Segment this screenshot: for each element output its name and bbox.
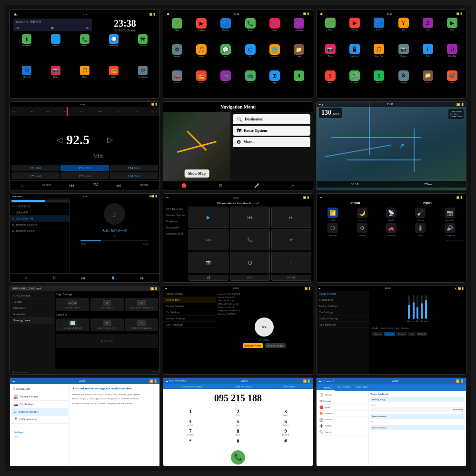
app-messaging[interactable]: 💬 Messaging: [100, 34, 128, 64]
fm-strong-btn[interactable]: Strong: [139, 183, 149, 188]
media-tab-music[interactable]: 🔵 music2: [317, 384, 335, 391]
media-item-playlist[interactable]: 📋 Playlist: [317, 392, 367, 398]
func-gps-btn[interactable]: GPS: [188, 229, 228, 250]
s3-app-smrtv[interactable]: SSmrtv: [319, 70, 342, 95]
logo-nav-steer[interactable]: Steering Learn: [11, 317, 53, 324]
eq-preset-pop[interactable]: Pop: [408, 332, 416, 336]
nav-destination-btn[interactable]: 🔍 Destination: [233, 114, 310, 124]
android-nav-car[interactable]: 🚗 Car Settings: [11, 401, 68, 408]
media-item-artwork[interactable]: 🎨 Artwork: [317, 411, 367, 417]
default-setting-btn[interactable]: default setting: [265, 343, 286, 348]
nav-show-map-btn[interactable]: Show Map: [184, 169, 209, 178]
eq-mid-track[interactable]: [416, 295, 418, 319]
logo-default-anim-btn[interactable]: DEFAULT ANIMATION: [56, 318, 89, 331]
dialer-tab-send[interactable]: Save then: [283, 385, 295, 388]
s3-app-play[interactable]: ▶Play: [441, 18, 464, 42]
dialer-key-hash[interactable]: #: [262, 438, 309, 447]
app-bluetooth[interactable]: ⬡ Bluetooth: [13, 66, 40, 96]
media-item-settings[interactable]: ⚙ Settings: [317, 398, 367, 405]
music-track-3[interactable]: 20. 大北: 我们好一阵: [10, 216, 69, 222]
fm-preset-4[interactable]: FM 92.5: [11, 172, 60, 179]
sysinfo-nav-sound[interactable]: Sound Settings: [163, 291, 216, 297]
func-disp-btn[interactable]: DISP: [230, 275, 270, 281]
switch-screen-off[interactable]: 🌙 Screen off: [348, 208, 376, 221]
media-item-add[interactable]: ➕ Add list: [317, 423, 367, 429]
s2-app-browser[interactable]: 🌐Browser: [263, 44, 286, 69]
func-prev-btn[interactable]: ⏮: [230, 207, 270, 228]
nav-bot-3[interactable]: 🧪: [254, 183, 259, 188]
fm-prev-arrow[interactable]: ◁: [57, 135, 62, 144]
switch-wifi[interactable]: 📶 WiFi: [319, 208, 347, 221]
sysinfo-nav-android[interactable]: Android Settings: [163, 316, 216, 322]
android-wifi-item[interactable]: WiFi: [13, 435, 67, 439]
dialer-key-9[interactable]: 9WXYZ: [262, 428, 309, 437]
eq-voice-track[interactable]: [425, 295, 427, 319]
eq-nav-factory[interactable]: Factory Settings: [317, 303, 369, 309]
switch-screenshot[interactable]: 📷 Screenshot: [436, 208, 464, 221]
s2-app-navi[interactable]: 🔵NaviCon: [215, 18, 237, 42]
dialer-key-2[interactable]: 2ABC: [215, 409, 261, 418]
s2-app-zen[interactable]: 🎶ZenITune: [288, 18, 310, 42]
s3-app-3d[interactable]: 🔊3D Sound: [343, 70, 366, 95]
s2-app-radio[interactable]: 📻Radio: [190, 70, 212, 95]
media-tab-files[interactable]: Active File: [335, 384, 353, 391]
nav-bot-1[interactable]: 🔴: [181, 183, 187, 188]
s3-app-tule[interactable]: TTule: [416, 44, 439, 69]
eq-hi-track[interactable]: [421, 295, 423, 319]
logo-nav-vol[interactable]: Volume: [11, 299, 53, 305]
app-browser[interactable]: 🌐 Browser: [42, 34, 69, 64]
logo-select-b-btn[interactable]: B LOGO SELECT UNKNOWN: [125, 298, 158, 311]
fm-preset-2[interactable]: FM 92.5: [60, 165, 109, 171]
dialer-tab-create[interactable]: Create new contact: [181, 385, 203, 388]
dialer-key-6[interactable]: 6MNO: [262, 419, 309, 428]
s2-app-phone[interactable]: 📞Phone: [239, 18, 261, 42]
s2-app-avin[interactable]: 📺AV IN: [239, 70, 261, 95]
app-radio[interactable]: 📻 Radio: [100, 66, 128, 96]
s2-app-files[interactable]: 📁Files: [288, 44, 310, 69]
dialer-key-star[interactable]: *: [167, 438, 214, 447]
media-item-songs[interactable]: 🔴 Songs: [317, 405, 367, 411]
logo-nav-nav[interactable]: Navigation: [11, 311, 53, 317]
switch-wifiap[interactable]: 📡 WifiAP: [377, 208, 405, 221]
fm-home-icon[interactable]: ⌂: [21, 183, 24, 188]
s2-app-music[interactable]: 🎵Music: [190, 44, 212, 69]
func-back-btn[interactable]: ↩: [271, 229, 311, 250]
nav-bot-4[interactable]: ✂: [291, 183, 295, 188]
s3-app-yapi[interactable]: YYapi: [392, 18, 415, 42]
dialer-key-0[interactable]: 0+: [215, 438, 261, 447]
eq-lo-track[interactable]: [413, 295, 415, 319]
switch-cleanup[interactable]: 🧹 Clean up: [407, 208, 434, 221]
media-tab-chat[interactable]: Team chat: [353, 384, 371, 391]
eq-nav-sysinfo[interactable]: System Info: [317, 297, 369, 303]
func-play-btn[interactable]: ▶: [188, 207, 228, 228]
s3-app-maps[interactable]: 📍Maps: [319, 18, 342, 42]
s1-next-btn[interactable]: ⏭: [86, 26, 89, 30]
logo-anim-uk-btn[interactable]: ? ANIMATION UNKNOWN: [125, 318, 158, 331]
music-next-btn[interactable]: ⏭: [140, 276, 145, 280]
fm-prev-btn[interactable]: ⏮: [69, 183, 74, 188]
s1-prev-btn[interactable]: ⏮: [16, 26, 20, 30]
media-item-refresh[interactable]: 🔄 Refresh: [317, 417, 367, 423]
app-nav[interactable]: 🗺 Nav Net: [129, 34, 157, 64]
func-power-btn[interactable]: ⏻: [230, 252, 270, 273]
android-nav-factory[interactable]: 🏭 Factory Settings: [11, 393, 68, 401]
nav-route-btn[interactable]: 🗺 Route Options: [233, 126, 310, 136]
func-phone-btn[interactable]: 📞: [230, 229, 270, 250]
music-prev-btn[interactable]: ⏮: [81, 276, 86, 280]
s2-app-msg[interactable]: 💬MSG: [215, 44, 237, 69]
music-track-4[interactable]: 21. 啊啊啊·但没有老先夫: [10, 222, 69, 228]
dialer-key-4[interactable]: 4GHI: [167, 419, 214, 428]
fm-preset-1[interactable]: FM 88.0: [11, 165, 60, 171]
eq-preset-default[interactable]: Default: [416, 332, 427, 336]
app-camera[interactable]: 📷 Photos: [42, 66, 69, 96]
func-next-btn[interactable]: ⏭: [271, 207, 311, 228]
fm-next-arrow[interactable]: ▷: [107, 135, 113, 144]
logo-select-a-btn[interactable]: A LOGO SELECT A: [90, 298, 123, 311]
s2-app-dvr[interactable]: 📹DVR: [215, 70, 237, 95]
android-nav-android[interactable]: ⚙ Android Settings: [11, 408, 68, 416]
switch-setting[interactable]: ⚙ Setting: [348, 223, 376, 237]
s1-play-btn[interactable]: ▶: [51, 26, 54, 30]
s3-app-photos[interactable]: 📷Photos: [319, 44, 342, 69]
sysinfo-nav-gps[interactable]: GPS Detection: [163, 322, 216, 328]
func-cam-btn[interactable]: 📸: [188, 252, 228, 273]
